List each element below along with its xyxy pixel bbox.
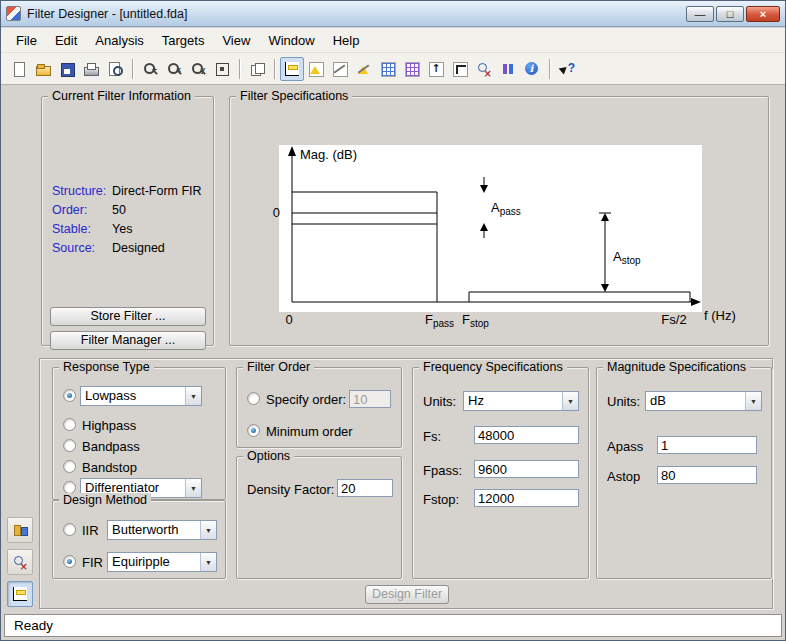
toolbar-group-delay-button[interactable] [376,57,400,81]
toolbar-filter-specifications-button[interactable] [280,57,304,81]
iir-label[interactable]: IIR [82,523,99,538]
specify-order-input[interactable] [349,390,391,408]
toolbar-zoom-y-button[interactable]: y [186,57,210,81]
specify-order-radio[interactable] [247,392,260,405]
toolbar-full-view-button[interactable] [210,57,234,81]
bandstop-radio[interactable] [63,460,76,473]
filter-info-value: Direct-Form FIR [112,184,202,198]
freq-axis-label: f (Hz) [704,308,736,323]
filter-info-row: Stable:Yes [52,221,207,240]
app-icon [6,6,21,21]
maximize-button[interactable]: □ [716,6,744,22]
fir-label[interactable]: FIR [82,555,103,570]
store-filter-button[interactable]: Store Filter ... [50,307,206,326]
menu-edit[interactable]: Edit [46,30,86,51]
toolbar-filter-information-button[interactable] [520,57,544,81]
magnitude-units-label: Units: [607,394,640,409]
close-button[interactable]: × [746,6,780,22]
minimize-button[interactable]: — [686,6,714,22]
menu-targets[interactable]: Targets [153,30,214,51]
filter-order-title: Filter Order [243,360,314,375]
window-title: Filter Designer - [untitled.fda] [27,7,188,21]
toolbar-impulse-response-button[interactable] [424,57,448,81]
menu-file[interactable]: File [7,30,46,51]
fstop-input-label: Fstop: [423,492,459,507]
filter-info-row: Order:50 [52,202,207,221]
frequency-specifications-title: Frequency Specifications [419,360,567,375]
toolbar-new-file-button[interactable] [7,57,31,81]
fstop-input[interactable] [474,489,579,507]
menu-bar: FileEditAnalysisTargetsViewWindowHelp [1,28,785,53]
filter-info-label: Order: [52,203,112,217]
plot-area [279,145,702,312]
full-view-icon [214,61,230,77]
density-factor-input[interactable] [337,479,393,497]
iir-radio[interactable] [63,523,76,536]
toolbar-pole-zero-plot-button[interactable] [472,57,496,81]
menu-analysis[interactable]: Analysis [86,30,152,51]
lowpass-select[interactable]: Lowpass [80,386,202,406]
magnitude-units-select[interactable]: dB [645,391,762,411]
filter-info-value: 50 [112,203,126,217]
specify-order-label[interactable]: Specify order: [266,392,346,407]
toolbar-zoom-x-button[interactable]: x [162,57,186,81]
minimum-order-radio[interactable] [247,424,260,437]
toolbar-context-help-button[interactable] [555,57,579,81]
iir-method-select[interactable]: Butterworth [107,520,217,540]
toolbar-magnitude-response-button[interactable] [304,57,328,81]
filter-info-label: Source: [52,241,112,255]
chevron-down-icon [185,387,201,405]
sidebar-design-filter-button[interactable] [7,581,33,607]
bandpass-radio[interactable] [63,439,76,452]
toolbar-save-file-button[interactable] [55,57,79,81]
astop-input[interactable] [657,466,757,484]
design-filter-button[interactable]: Design Filter [365,585,449,604]
toolbar-filter-coefficients-button[interactable] [496,57,520,81]
sidebar-pole-zero-editor-button[interactable] [7,549,33,575]
highpass-label[interactable]: Highpass [82,418,136,433]
apass-input[interactable] [657,436,757,454]
toolbar-zoom-in-button[interactable]: + [138,57,162,81]
design-method-title: Design Method [59,493,151,508]
fir-radio[interactable] [63,555,76,568]
zero-level-label: 0 [273,205,280,220]
response-type-group: Response Type Lowpass Highpass Bandpass … [52,367,226,500]
toolbar-separator [549,59,550,79]
toolbar-step-response-button[interactable] [448,57,472,81]
filter-info-row: Source:Designed [52,240,207,259]
title-bar[interactable]: Filter Designer - [untitled.fda] — □ × [1,1,785,27]
lowpass-radio[interactable] [63,389,76,402]
minimum-order-label[interactable]: Minimum order [266,424,353,439]
menu-help[interactable]: Help [324,30,369,51]
toolbar-print-button[interactable] [79,57,103,81]
fir-method-value: Equiripple [108,553,200,571]
toolbar-phase-delay-button[interactable] [400,57,424,81]
status-text: Ready [14,618,53,633]
filter-info-fields: Structure:Direct-Form FIROrder:50Stable:… [52,183,207,259]
menu-window[interactable]: Window [259,30,323,51]
filter-info-row: Structure:Direct-Form FIR [52,183,207,202]
toolbar-restore-default-view-button[interactable] [245,57,269,81]
toolbar-separator [239,59,240,79]
toolbar-print-preview-button[interactable] [103,57,127,81]
filter-info-label: Structure: [52,184,112,198]
fir-method-select[interactable]: Equiripple [107,552,217,572]
highpass-radio[interactable] [63,418,76,431]
toolbar-open-file-button[interactable] [31,57,55,81]
bandstop-label[interactable]: Bandstop [82,460,137,475]
fpass-input[interactable] [474,460,579,478]
chevron-down-icon [200,553,216,571]
toolbar-phase-response-button[interactable] [328,57,352,81]
fs-input[interactable] [474,426,579,444]
toolbar-separator [274,59,275,79]
frequency-units-select[interactable]: Hz [463,391,579,411]
new-file-icon [11,61,27,77]
bandpass-label[interactable]: Bandpass [82,439,140,454]
impulse-response-icon [428,61,444,77]
toolbar-magnitude-and-phase-button[interactable] [352,57,376,81]
filter-manager-button[interactable]: Filter Manager ... [50,331,206,350]
pole-zero-plot-icon [476,61,492,77]
menu-view[interactable]: View [213,30,259,51]
sidebar-set-quantization-button[interactable] [7,517,33,543]
filter-coefficients-icon [500,61,516,77]
